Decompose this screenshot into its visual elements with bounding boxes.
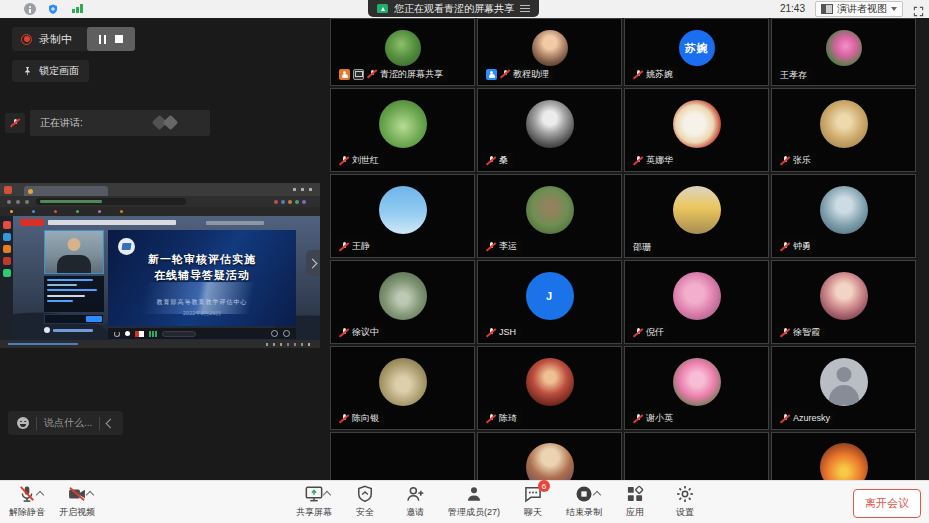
participant-tile[interactable]: 徐议中: [330, 260, 475, 344]
participant-tile[interactable]: [477, 432, 622, 480]
security-button[interactable]: 安全: [345, 483, 385, 519]
participant-tile[interactable]: [771, 432, 916, 480]
participant-name: 徐智霞: [793, 328, 820, 337]
quick-chat-input[interactable]: 说点什么...: [8, 411, 123, 435]
host-badge: [339, 69, 350, 80]
participant-tile[interactable]: 王孝存: [771, 18, 916, 86]
participant-tile[interactable]: 徐智霞: [771, 260, 916, 344]
start-video-button[interactable]: 开启视频: [56, 483, 98, 519]
participant-tile[interactable]: 桑: [477, 88, 622, 172]
mic-muted-icon: [10, 118, 20, 128]
mic-muted-icon: [780, 328, 790, 338]
participant-tile[interactable]: 教程助理: [477, 18, 622, 86]
browser-side-panel: [0, 216, 13, 340]
participant-tile[interactable]: J JSH: [477, 260, 622, 344]
participant-name: 刘世红: [352, 156, 379, 165]
participant-tile[interactable]: 邵珊: [624, 174, 769, 258]
participant-tile[interactable]: Azuresky: [771, 346, 916, 430]
participant-tile[interactable]: 苏婉 姚苏婉: [624, 18, 769, 86]
caret-up-icon[interactable]: [36, 491, 44, 499]
participant-tile[interactable]: 刘世红: [330, 88, 475, 172]
participant-tile[interactable]: 张乐: [771, 88, 916, 172]
participant-tile[interactable]: [330, 432, 475, 480]
participant-name: Azuresky: [793, 414, 830, 423]
pause-recording-button[interactable]: [99, 35, 106, 44]
manage-members-button[interactable]: 管理成员(27): [445, 483, 503, 519]
participant-avatar: [526, 100, 574, 148]
chat-unread-badge: 6: [538, 480, 550, 492]
info-icon[interactable]: [24, 3, 36, 15]
recording-controls: [87, 27, 135, 51]
participant-name: 钟勇: [793, 242, 811, 251]
shared-screen-video[interactable]: 新一轮审核评估实施 在线辅导答疑活动 教育部高等教育教学评估中心 2022年8月…: [0, 183, 320, 348]
recording-status-pill: 录制中: [12, 27, 135, 51]
participant-name: 徐议中: [352, 328, 379, 337]
participant-tile[interactable]: 英娜华: [624, 88, 769, 172]
participant-tile[interactable]: 谢小英: [624, 346, 769, 430]
chat-button[interactable]: 6 聊天: [513, 483, 553, 519]
recording-label: 录制中: [39, 32, 72, 47]
caret-up-icon[interactable]: [593, 491, 601, 499]
apps-icon: [625, 484, 645, 504]
participant-name-label: 姚苏婉: [628, 67, 678, 82]
view-mode-button[interactable]: 演讲者视图: [815, 1, 903, 17]
participant-name: 教程助理: [513, 70, 549, 79]
caret-up-icon[interactable]: [86, 491, 94, 499]
participant-name-label: 刘世红: [334, 153, 384, 168]
participant-name: 英娜华: [646, 156, 673, 165]
avatar-initials: 苏婉: [685, 41, 709, 56]
collapse-icon[interactable]: [106, 418, 116, 428]
settings-button[interactable]: 设置: [665, 483, 705, 519]
chat-placeholder: 说点什么...: [44, 416, 92, 430]
browser-address-bar: [0, 196, 320, 207]
participant-name-label: 李运: [481, 239, 522, 254]
participant-avatar: [532, 30, 568, 66]
participant-tile[interactable]: 王静: [330, 174, 475, 258]
participant-avatar: [379, 100, 427, 148]
lock-view-button[interactable]: 锁定画面: [12, 60, 89, 82]
security-shield-icon[interactable]: [47, 2, 59, 20]
mic-muted-icon: [17, 484, 37, 504]
unmute-button[interactable]: 解除静音: [6, 483, 48, 519]
participant-name-label: 谢小英: [628, 411, 678, 426]
invite-button[interactable]: 邀请: [395, 483, 435, 519]
emoji-icon[interactable]: [17, 417, 29, 429]
stop-record-button[interactable]: 结束录制: [563, 483, 605, 519]
apps-button[interactable]: 应用: [615, 483, 655, 519]
panel-expand-handle[interactable]: [306, 250, 320, 276]
participant-tile[interactable]: 青涩的屏幕共享: [330, 18, 475, 86]
security-label: 安全: [356, 506, 374, 519]
participant-name-label: 陈向银: [334, 411, 384, 426]
network-signal-icon[interactable]: [72, 4, 83, 13]
camera-off-icon: [67, 484, 87, 504]
share-screen-button[interactable]: 共享屏幕: [293, 483, 335, 519]
participant-avatar: [820, 358, 868, 406]
participant-tile[interactable]: 陈琦: [477, 346, 622, 430]
participant-tile[interactable]: 倪仟: [624, 260, 769, 344]
player-button-icon: [271, 330, 278, 337]
clock-time: 21:43: [780, 3, 805, 14]
live-title-bar: [20, 219, 264, 226]
participant-name-label: 青涩的屏幕共享: [334, 66, 448, 82]
leave-meeting-button[interactable]: 离开会议: [853, 489, 921, 518]
settings-icon: [675, 484, 695, 504]
participant-name-label: 桑: [481, 153, 513, 168]
participant-name-label: 倪仟: [628, 325, 669, 340]
participant-tile[interactable]: [624, 432, 769, 480]
menu-list-icon[interactable]: [520, 5, 530, 7]
lock-view-label: 锁定画面: [39, 64, 79, 78]
mic-muted-icon: [339, 414, 349, 424]
participant-tile[interactable]: 李运: [477, 174, 622, 258]
participant-avatar: [526, 443, 574, 480]
participant-tile[interactable]: 陈向银: [330, 346, 475, 430]
participant-name-label: 邵珊: [628, 240, 656, 254]
participant-grid: 青涩的屏幕共享 教程助理 苏婉 姚苏婉 王孝存: [330, 18, 916, 480]
participant-tile[interactable]: 钟勇: [771, 174, 916, 258]
stop-recording-button[interactable]: [115, 35, 123, 43]
participant-avatar: [820, 443, 868, 480]
caret-down-icon: [891, 7, 897, 11]
volume-bars-icon: [149, 331, 157, 337]
bookmarks-bar: [0, 207, 320, 216]
screen-share-banner[interactable]: 您正在观看青涩的屏幕共享: [368, 0, 539, 17]
caret-up-icon[interactable]: [323, 491, 331, 499]
